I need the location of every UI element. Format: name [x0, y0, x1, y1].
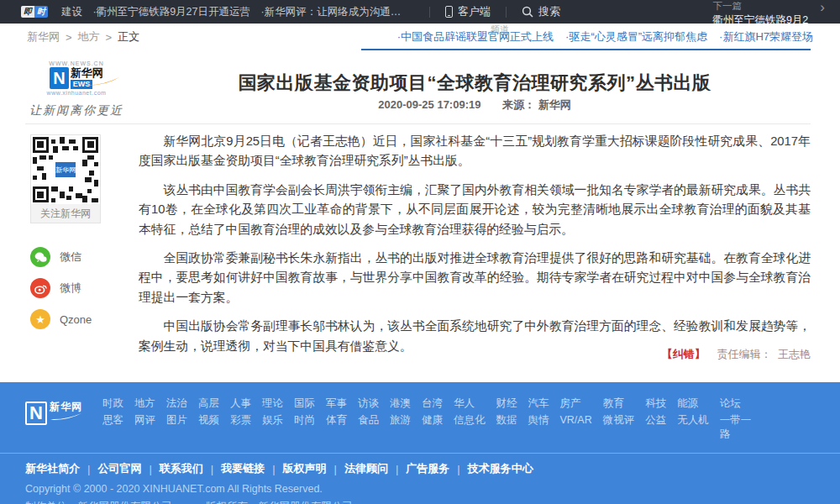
footer-bottom: 新华社简介| 公司官网| 联系我们| 我要链接| 版权声明| 法律顾问| 广告服… — [0, 453, 840, 504]
share-wechat[interactable]: 微信 — [30, 247, 124, 267]
footer-link[interactable]: 版权声明 — [283, 461, 327, 476]
footer-channel[interactable]: 军事 — [326, 396, 347, 411]
breadcrumb-home[interactable]: 新华网 — [27, 29, 60, 45]
footer-link[interactable]: 新华社简介 — [25, 461, 80, 476]
footer-channel[interactable]: 港澳 — [390, 396, 411, 411]
footer-channel[interactable]: 舆情 — [528, 413, 549, 428]
breadcrumb-bar: 新华网 > 地方 > 正文 ·中国食品辟谣联盟官网正式上线 ·驱走“心灵感冒”远… — [0, 24, 840, 50]
footer-channel[interactable]: 娱乐 — [262, 413, 283, 428]
client-button[interactable]: 客户端 — [430, 4, 506, 19]
qzone-label: Qzone — [60, 313, 92, 326]
search-icon — [522, 6, 533, 18]
footer-channel[interactable]: 食品 — [358, 413, 379, 428]
footer-link[interactable]: 联系我们 — [160, 461, 203, 476]
headline-link[interactable]: ·中国食品辟谣联盟官网正式上线 — [397, 29, 554, 45]
footer-channel[interactable]: 人事 — [230, 396, 251, 411]
footer-channel[interactable]: 信息化 — [454, 413, 486, 428]
footer-link-separator: | — [334, 463, 337, 475]
footer-channel-columns: 时政思客 地方网评 法治图片 高层视频 人事彩票 理论娱乐 国际时尚 军事体育 … — [102, 396, 755, 442]
footer-channel[interactable]: 时政 — [102, 396, 123, 411]
footer-channel[interactable]: 财经 — [496, 396, 517, 411]
chevron-right-icon[interactable]: › — [820, 0, 825, 18]
footer-channel[interactable]: 高层 — [198, 396, 219, 411]
source-link[interactable]: 新华网 — [538, 98, 571, 111]
editor-name: 王志艳 — [778, 348, 811, 360]
paragraph: 全国政协常委兼副秘书长朱永新指出，丛书的出版对推进全球教育治理提供了很好的思路和… — [139, 249, 811, 307]
footer-channel[interactable]: 体育 — [326, 413, 347, 428]
search-button[interactable]: 搜索 — [507, 4, 575, 19]
breadcrumb-separator: > — [106, 31, 113, 44]
headline-links: ·中国食品辟谣联盟官网正式上线 ·驱走“心灵感冒”远离抑郁焦虑 ·新红旗H7荣耀… — [397, 29, 813, 45]
footer-channel[interactable]: 华人 — [454, 396, 486, 411]
footer-link[interactable]: 广告服务 — [406, 461, 449, 476]
share-qzone[interactable]: ★ Qzone — [30, 309, 124, 329]
footer-link[interactable]: 我要链接 — [221, 461, 265, 476]
footer-link[interactable]: 法律顾问 — [344, 461, 388, 476]
producer-line: 制作单位：新华网股份有限公司 版权所有：新华网股份有限公司 — [25, 500, 815, 504]
qzone-star-icon: ★ — [30, 309, 50, 329]
footer-channel[interactable]: 微视评 — [603, 413, 635, 428]
footer-link-separator: | — [149, 463, 151, 475]
headline-link[interactable]: ·新红旗H7荣耀登场 — [719, 29, 813, 45]
footer-channel[interactable]: 无人机 — [677, 413, 709, 428]
footer-channel[interactable]: 法治 — [166, 396, 187, 411]
site-footer: N 新华网 时政思客 地方网评 法治图片 高层视频 人事彩票 理论娱乐 国际时尚 — [0, 382, 840, 504]
footer-channel[interactable]: 汽车 — [528, 396, 549, 411]
footer-channel[interactable]: 房产 — [560, 396, 592, 411]
footer-link-separator: | — [211, 463, 213, 475]
footer-channel[interactable]: 一带一路 — [720, 413, 755, 442]
site-logo[interactable]: WWW.NEWS.CN N 新华网 EWS www.xinhuanet.com … — [27, 60, 126, 118]
footer-channel[interactable]: VR/AR — [560, 413, 592, 428]
footer-channel[interactable]: 思客 — [102, 413, 123, 428]
footer-channel[interactable]: 台湾 — [422, 396, 443, 411]
editor-line: 【纠错】 责任编辑： 王志艳 — [139, 347, 811, 362]
footer-channel[interactable]: 时尚 — [294, 413, 315, 428]
footer-channel[interactable]: 视频 — [198, 413, 219, 428]
footer-link-separator: | — [87, 463, 90, 475]
wechat-label: 微信 — [60, 249, 81, 265]
breadcrumb: 新华网 > 地方 > 正文 — [27, 29, 139, 45]
svg-text:新华网: 新华网 — [55, 166, 76, 174]
footer-channel[interactable]: 教育 — [603, 396, 635, 411]
footer-channel[interactable]: 公益 — [645, 413, 666, 428]
phone-icon — [445, 6, 453, 18]
footer-channel[interactable]: 健康 — [422, 413, 443, 428]
social-share-list: 微信 微博 ★ Qzone — [30, 247, 124, 329]
footer-link[interactable]: 公司官网 — [97, 461, 141, 476]
site-url-bottom: www.xinhuanet.com — [27, 90, 126, 96]
footer-channel[interactable]: 科技 — [645, 396, 666, 411]
footer-channel[interactable]: 图片 — [166, 413, 187, 428]
share-weibo[interactable]: 微博 — [30, 278, 124, 298]
footer-channel[interactable]: 数据 — [496, 413, 517, 428]
logo-n: N — [50, 67, 68, 89]
next-article[interactable]: 下一篇 衢州至宁德铁路9月2 › — [712, 0, 840, 24]
article-body: 新华网北京9月25日电（记者王志艳）近日，国家社科基金“十三五”规划教育学重大招… — [139, 132, 811, 365]
footer-channel[interactable]: 论坛 — [720, 396, 755, 411]
footer-channel[interactable]: 地方 — [134, 396, 155, 411]
page-title: 国家出版基金资助项目“全球教育治理研究系列”丛书出版 — [139, 71, 811, 96]
blue-divider — [361, 49, 811, 50]
footer-channel[interactable]: 彩票 — [230, 413, 251, 428]
footer-link[interactable]: 技术服务中心 — [468, 461, 533, 476]
instant-news-logo[interactable]: 即 时 — [21, 6, 48, 18]
qr-code: 新华网 — [33, 137, 98, 202]
footer-channel[interactable]: 能源 — [677, 396, 709, 411]
correction-button[interactable]: 【纠错】 — [662, 348, 706, 360]
site-url-top: WWW.NEWS.CN — [27, 60, 126, 66]
weibo-label: 微博 — [60, 281, 81, 296]
footer-channel[interactable]: 国际 — [294, 396, 315, 411]
headline-link[interactable]: ·驱走“心灵感冒”远离抑郁焦虑 — [565, 29, 707, 45]
breadcrumb-section[interactable]: 地方 — [78, 29, 100, 45]
footer-channel[interactable]: 旅游 — [390, 413, 411, 428]
footer-channel[interactable]: 访谈 — [358, 396, 379, 411]
footer-channel[interactable]: 网评 — [134, 413, 155, 428]
next-article-title: 衢州至宁德铁路9月2 — [712, 14, 808, 24]
news-ticker[interactable]: 建设 ·衢州至宁德铁路9月27日开通运营 ·新华网评：让网络成为沟通… — [61, 5, 429, 19]
weibo-icon — [30, 278, 50, 298]
footer-channel[interactable]: 理论 — [262, 396, 283, 411]
site-slogan: 让新闻离你更近 — [27, 103, 126, 118]
footer-link-separator: | — [272, 463, 275, 475]
footer-logo[interactable]: N 新华网 — [25, 402, 96, 425]
qr-caption: 关注新华网 — [31, 204, 100, 223]
header-divider — [25, 123, 811, 124]
